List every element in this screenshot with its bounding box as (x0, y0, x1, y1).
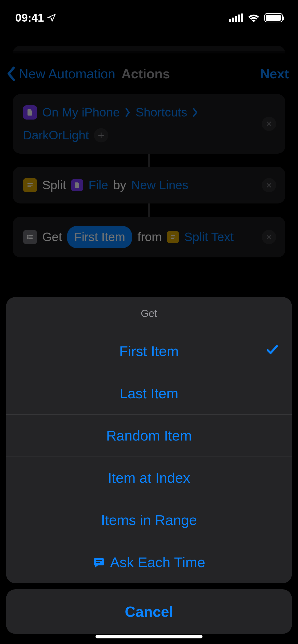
svg-point-7 (28, 235, 28, 236)
picker-option-items-in-range[interactable]: Items in Range (6, 499, 292, 541)
connector-line (148, 203, 150, 217)
text-action-icon (23, 178, 37, 192)
location-icon (47, 13, 56, 22)
nav-bar: New Automation Actions Next (0, 56, 298, 94)
option-label: Items in Range (101, 512, 197, 528)
input-token[interactable]: Split Text (184, 228, 234, 246)
action-verb: Get (42, 228, 62, 246)
path-segment[interactable]: On My iPhone (42, 103, 120, 122)
option-label: Random Item (106, 428, 192, 444)
background-card (13, 46, 285, 53)
action-card-file-path[interactable]: On My iPhone Shortcuts DarkOrLight + (13, 94, 285, 154)
file-token[interactable]: File (88, 176, 108, 194)
close-icon (265, 120, 273, 127)
picker-title: Get (6, 297, 292, 330)
back-button[interactable]: New Automation (6, 66, 115, 81)
next-button[interactable]: Next (260, 66, 289, 81)
text-token-icon (167, 231, 179, 243)
home-indicator[interactable] (96, 635, 202, 638)
back-label: New Automation (19, 66, 115, 81)
status-left: 09:41 (15, 11, 56, 24)
path-segment[interactable]: DarkOrLight (23, 126, 89, 144)
delete-action-button[interactable] (262, 178, 276, 192)
split-mode-token[interactable]: New Lines (131, 176, 188, 194)
action-card-split[interactable]: Split File by New Lines (13, 167, 285, 203)
svg-rect-19 (96, 562, 100, 563)
cancel-label: Cancel (125, 603, 173, 620)
option-label: Item at Index (108, 470, 190, 486)
actions-list: On My iPhone Shortcuts DarkOrLight + (0, 94, 298, 257)
add-path-button[interactable]: + (94, 128, 108, 142)
action-card-get-item[interactable]: Get First Item from Split Text (13, 217, 285, 257)
battery-icon (264, 13, 283, 22)
picker-option-random-item[interactable]: Random Item (6, 415, 292, 457)
svg-rect-18 (96, 560, 102, 561)
svg-point-11 (28, 238, 28, 239)
picker-option-first-item[interactable]: First Item (6, 330, 292, 372)
connector-line (148, 154, 150, 167)
wifi-icon (248, 13, 260, 22)
action-verb: Split (42, 176, 66, 194)
picker-option-ask-each-time[interactable]: Ask Each Time (6, 541, 292, 583)
chevron-right-icon (192, 107, 198, 118)
checkmark-icon (265, 343, 279, 360)
list-action-icon (23, 230, 37, 244)
svg-point-9 (28, 237, 28, 238)
delete-action-button[interactable] (262, 117, 276, 131)
action-word: by (113, 176, 126, 194)
cancel-button[interactable]: Cancel (6, 589, 292, 634)
status-time: 09:41 (15, 11, 44, 24)
picker-option-last-item[interactable]: Last Item (6, 372, 292, 415)
status-bar: 09:41 (0, 0, 298, 36)
message-icon (93, 556, 105, 568)
picker-group: Get First Item Last Item Random Item Ite… (6, 297, 292, 583)
close-icon (265, 182, 273, 189)
chevron-right-icon (125, 107, 130, 118)
file-token-icon (71, 179, 83, 191)
picker-option-item-at-index[interactable]: Item at Index (6, 457, 292, 499)
close-icon (265, 233, 273, 241)
files-app-icon (23, 105, 37, 120)
cellular-icon (229, 13, 243, 22)
option-label: First Item (119, 343, 179, 359)
status-right (229, 13, 283, 22)
page-title: Actions (121, 66, 170, 81)
path-segment[interactable]: Shortcuts (136, 103, 187, 122)
option-label: Last Item (120, 385, 178, 401)
delete-action-button[interactable] (262, 230, 276, 244)
chevron-left-icon (6, 66, 16, 81)
get-selection-pill[interactable]: First Item (67, 226, 132, 248)
action-word: from (137, 228, 162, 246)
action-sheet: Get First Item Last Item Random Item Ite… (6, 297, 292, 634)
option-label: Ask Each Time (110, 554, 205, 570)
